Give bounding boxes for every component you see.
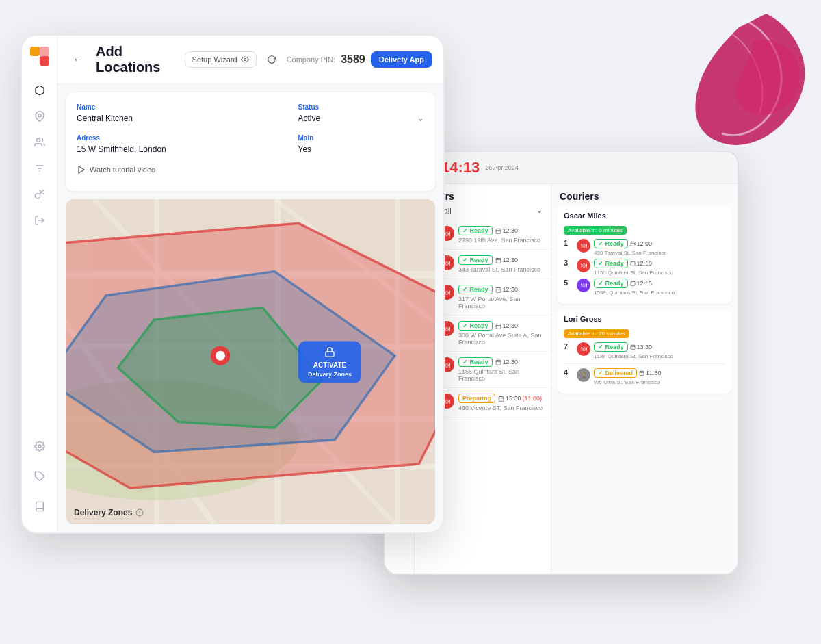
header-actions: Setup Wizard Company PIN: 3589 Delivety: [185, 50, 432, 69]
courier-address-1: 490 Taraval St, San Francisco: [594, 250, 725, 256]
svg-point-4: [36, 138, 40, 142]
svg-rect-62: [496, 360, 501, 365]
address-field: Adress 15 W Smithfield, London: [77, 134, 287, 154]
courier-lori-name: Lori Gross: [564, 315, 725, 323]
courier-status-3: ✓ Ready: [594, 259, 628, 268]
svg-rect-46: [496, 229, 501, 233]
time-badge-18: 15:30(11:00): [498, 395, 542, 402]
courier-time-7: 13:30: [630, 344, 653, 350]
svg-point-32: [216, 351, 225, 361]
setup-wizard-label: Setup Wizard: [192, 55, 237, 64]
order-address-17: 1156 Quintara St, San Francisco: [458, 368, 543, 382]
sidebar-icon-filter[interactable]: [29, 157, 51, 179]
orders-header: ⏰ 14:13 26 Apr 2024: [415, 152, 738, 184]
time-display: 14:13: [441, 159, 480, 177]
sidebar-icon-people[interactable]: [29, 131, 51, 153]
svg-rect-2: [40, 47, 49, 56]
svg-rect-70: [631, 242, 635, 246]
svg-rect-50: [496, 258, 501, 263]
name-field: Name Central Kitchen: [77, 103, 287, 123]
order-address-16: 380 W Portal Ave Suite A, San Francisco: [458, 332, 543, 346]
form-row-2: Adress 15 W Smithfield, London Main Yes: [77, 134, 424, 154]
setup-wizard-button[interactable]: Setup Wizard: [185, 51, 257, 68]
sidebar-icon-box[interactable]: [29, 79, 51, 101]
status-chevron-icon[interactable]: ⌄: [417, 114, 424, 123]
decorative-leaf: [684, 7, 807, 157]
status-badge-14: ✓ Ready: [458, 255, 493, 265]
sidebar-icon-tag[interactable]: [29, 465, 51, 487]
form-row-1: Name Central Kitchen Status Active ⌄: [77, 103, 424, 123]
status-badge-13: ✓ Ready: [458, 226, 493, 235]
svg-point-3: [38, 114, 41, 117]
map-background: ACTIVATE Delivery Zones: [66, 199, 435, 524]
order-address-15: 317 W Portal Ave, San Francisco: [458, 296, 543, 309]
time-badge-13: 12:30: [495, 227, 519, 234]
order-address-13: 2790 19th Ave, San Francisco: [458, 237, 543, 244]
tutorial-link-label: Watch tutorial video: [90, 166, 155, 174]
svg-rect-33: [326, 351, 334, 356]
courier-oscar-order-3: 3 🍽 ✓ Ready 12:10: [564, 259, 725, 276]
location-form: Name Central Kitchen Status Active ⌄ Adr…: [66, 92, 435, 191]
courier-lori: Lori Gross Available in: 20 minutes 7 🍽 …: [557, 309, 732, 394]
map-svg: [66, 199, 435, 524]
courier-oscar-avail: Available in: 0 minutes: [564, 226, 627, 235]
status-badge-16: ✓ Ready: [458, 321, 493, 331]
app-logo[interactable]: [30, 47, 49, 66]
sidebar-icon-key[interactable]: [29, 183, 51, 205]
activate-sub: Delivery Zones: [308, 370, 352, 377]
courier-time-1: 12:00: [630, 240, 653, 247]
courier-time-5: 12:15: [630, 280, 653, 287]
svg-point-10: [38, 445, 41, 448]
courier-order-icon-1: 🍽: [577, 239, 590, 253]
svg-rect-74: [631, 261, 635, 266]
name-label: Name: [77, 103, 287, 111]
courier-time-3: 12:10: [630, 260, 653, 267]
tutorial-link[interactable]: Watch tutorial video: [77, 165, 424, 175]
time-badge-17: 12:30: [495, 359, 519, 365]
courier-address-3: 1150 Quintara St, San Francisco: [594, 270, 725, 276]
courier-order-icon-3: 🍽: [577, 259, 590, 272]
svg-point-12: [244, 59, 246, 61]
courier-order-icon-5: 🍽: [577, 279, 590, 292]
svg-marker-13: [79, 166, 84, 174]
date-display: 26 Apr 2024: [485, 164, 519, 171]
courier-address-5: 1588, Quintara St, San Francisco: [594, 289, 725, 296]
status-row: Active ⌄: [298, 114, 425, 123]
delivery-app-button[interactable]: Delivety App: [371, 51, 432, 68]
refresh-button[interactable]: [262, 50, 281, 69]
courier-order-icon-7: 🍽: [577, 342, 590, 356]
courier-status-4: ✓ Delivered: [594, 368, 637, 378]
sidebar-icon-book[interactable]: [29, 495, 51, 517]
courier-oscar-name: Oscar Miles: [564, 211, 725, 220]
svg-rect-54: [496, 287, 501, 292]
courier-oscar-order-1: 1 🍽 ✓ Ready 12:00: [564, 239, 725, 256]
page-title: Add Locations: [96, 44, 177, 75]
svg-rect-66: [499, 396, 504, 401]
courier-oscar-order-5: 5 🍽 ✓ Ready 12:15: [564, 279, 725, 296]
sidebar: [22, 36, 57, 532]
sidebar-icon-location[interactable]: [29, 105, 51, 127]
status-badge-18: Preparing: [458, 394, 495, 403]
time-badge-15: 12:30: [495, 286, 519, 293]
tablet-main: ← Add Locations Setup Wizard: [21, 34, 445, 534]
sidebar-icon-settings[interactable]: [29, 435, 51, 457]
show-all-chevron[interactable]: ⌄: [536, 206, 543, 215]
time-badge-14: 12:30: [495, 257, 519, 263]
name-value[interactable]: Central Kitchen: [77, 114, 287, 123]
activate-label: ACTIVATE: [313, 361, 347, 368]
sidebar-icon-logout[interactable]: [29, 209, 51, 231]
svg-rect-0: [30, 47, 40, 56]
svg-rect-78: [631, 281, 635, 285]
pin-label: Company PIN:: [287, 55, 336, 64]
courier-lori-avail: Available in: 20 minutes: [564, 329, 629, 338]
address-label: Adress: [77, 134, 287, 142]
status-badge-17: ✓ Ready: [458, 357, 493, 367]
courier-status-7: ✓ Ready: [594, 342, 628, 352]
svg-rect-86: [640, 371, 644, 375]
courier-address-7: 1188 Quintara St, San Francisco: [594, 353, 725, 359]
svg-rect-58: [496, 324, 501, 329]
courier-lori-order-7: 7 🍽 ✓ Ready 13:30: [564, 342, 725, 359]
back-button[interactable]: ←: [68, 50, 88, 69]
address-value[interactable]: 15 W Smithfield, London: [77, 144, 287, 154]
activate-overlay[interactable]: ACTIVATE Delivery Zones: [298, 341, 361, 383]
